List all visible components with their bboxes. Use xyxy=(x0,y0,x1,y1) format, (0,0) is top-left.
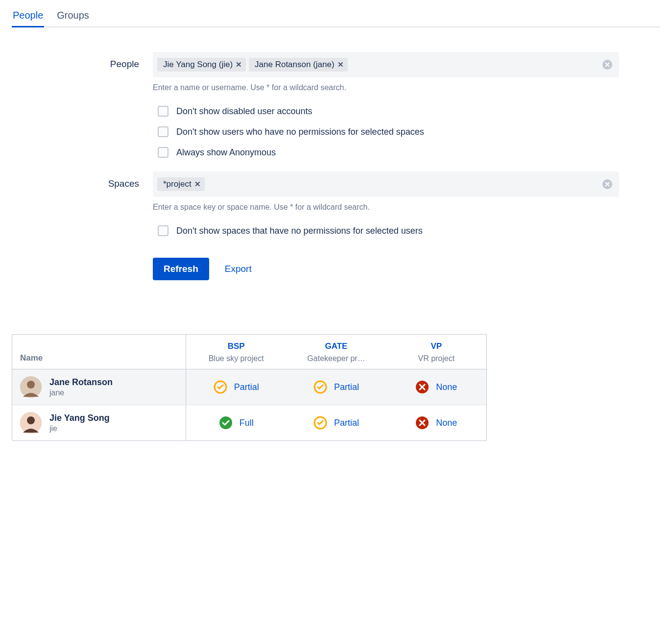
checkbox-label: Don't show users who have no permissions… xyxy=(176,127,424,137)
check-hide-no-perm-spaces[interactable]: Don't show spaces that have no permissio… xyxy=(153,220,619,241)
permission-full-icon xyxy=(219,416,233,430)
space-key-link[interactable]: VP xyxy=(391,341,481,351)
tab-groups[interactable]: Groups xyxy=(56,10,90,27)
space-key-link[interactable]: BSP xyxy=(191,341,281,351)
table-row: Jie Yang Song jie Full Partial None xyxy=(12,405,486,440)
remove-chip-icon[interactable]: ✕ xyxy=(337,60,344,69)
permission-partial-icon xyxy=(313,416,327,430)
chip-label: Jie Yang Song (jie) xyxy=(163,60,233,70)
space-name: Blue sky project xyxy=(191,354,281,363)
chip-label: *project xyxy=(163,179,192,189)
permissions-table: Name BSP Blue sky project GATE Gatekeepe… xyxy=(12,334,487,441)
user-username: jie xyxy=(49,424,110,433)
user-display-name: Jane Rotanson xyxy=(49,377,113,388)
space-column-header: VP VR project xyxy=(386,335,486,369)
svg-point-8 xyxy=(27,416,35,424)
checkbox-label: Don't show disabled user accounts xyxy=(176,106,312,117)
people-label: People xyxy=(90,52,139,163)
permission-none-icon xyxy=(415,416,429,430)
clear-spaces-icon[interactable] xyxy=(602,179,613,190)
checkbox-icon[interactable] xyxy=(158,106,168,117)
filter-form: People Jie Yang Song (jie) ✕ Jane Rotans… xyxy=(90,52,619,280)
space-name: Gatekeeper pr… xyxy=(291,354,381,363)
permission-link[interactable]: None xyxy=(436,418,457,428)
tab-people[interactable]: People xyxy=(12,10,44,27)
people-chip[interactable]: Jane Rotanson (jane) ✕ xyxy=(249,58,348,72)
space-key-link[interactable]: GATE xyxy=(291,341,381,351)
people-chip[interactable]: Jie Yang Song (jie) ✕ xyxy=(157,58,246,72)
avatar xyxy=(20,412,42,434)
permission-link[interactable]: Partial xyxy=(334,418,359,428)
permission-partial-icon xyxy=(313,380,327,394)
spaces-helper: Enter a space key or space name. Use * f… xyxy=(153,203,619,212)
clear-people-icon[interactable] xyxy=(602,59,613,70)
name-column-header: Name xyxy=(12,335,186,369)
space-column-header: BSP Blue sky project xyxy=(186,335,286,369)
space-name: VR project xyxy=(391,354,481,363)
export-button[interactable]: Export xyxy=(225,264,252,274)
tab-bar: People Groups xyxy=(12,10,660,27)
refresh-button[interactable]: Refresh xyxy=(153,258,209,280)
checkbox-icon[interactable] xyxy=(158,225,168,236)
spaces-chip[interactable]: *project ✕ xyxy=(157,177,205,191)
permission-link[interactable]: None xyxy=(436,382,457,392)
check-hide-disabled[interactable]: Don't show disabled user accounts xyxy=(153,101,619,122)
avatar xyxy=(20,376,42,398)
spaces-label: Spaces xyxy=(90,171,139,280)
permission-partial-icon xyxy=(214,380,227,394)
user-username: jane xyxy=(49,389,113,397)
check-hide-no-perm-users[interactable]: Don't show users who have no permissions… xyxy=(153,122,619,142)
checkbox-label: Always show Anonymous xyxy=(176,147,276,158)
user-display-name: Jie Yang Song xyxy=(49,413,110,423)
checkbox-label: Don't show spaces that have no permissio… xyxy=(176,226,423,236)
table-row: Jane Rotanson jane Partial Partial None xyxy=(12,369,486,405)
permission-link[interactable]: Partial xyxy=(334,382,359,392)
people-helper: Enter a name or username. Use * for a wi… xyxy=(153,83,619,92)
space-column-header: GATE Gatekeeper pr… xyxy=(286,335,386,369)
checkbox-icon[interactable] xyxy=(158,126,168,137)
checkbox-icon[interactable] xyxy=(158,147,168,158)
remove-chip-icon[interactable]: ✕ xyxy=(236,60,242,69)
permission-link[interactable]: Partial xyxy=(234,382,259,392)
svg-point-3 xyxy=(27,381,35,389)
chip-label: Jane Rotanson (jane) xyxy=(255,60,335,70)
spaces-input[interactable]: *project ✕ xyxy=(153,171,619,197)
table-header: Name BSP Blue sky project GATE Gatekeepe… xyxy=(12,335,486,369)
remove-chip-icon[interactable]: ✕ xyxy=(194,180,201,189)
check-show-anonymous[interactable]: Always show Anonymous xyxy=(153,142,619,163)
people-input[interactable]: Jie Yang Song (jie) ✕ Jane Rotanson (jan… xyxy=(153,52,619,77)
permission-none-icon xyxy=(415,380,429,394)
permission-link[interactable]: Full xyxy=(240,418,254,428)
